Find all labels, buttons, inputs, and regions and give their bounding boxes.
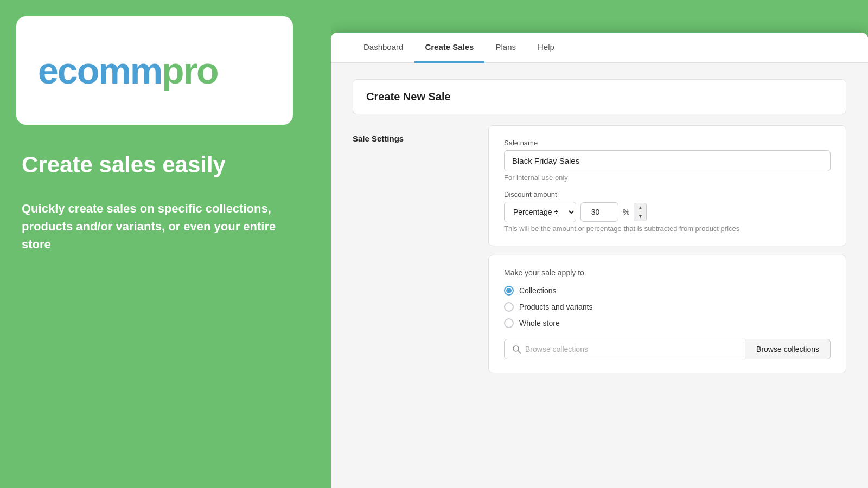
nav-bar: Dashboard Create Sales Plans Help <box>331 33 868 63</box>
logo-pro: pro <box>162 50 218 91</box>
radio-circle-whole-store <box>504 318 514 328</box>
radio-products[interactable]: Products and variants <box>504 302 831 312</box>
sale-name-input[interactable] <box>504 150 831 171</box>
browse-input-wrapper: Browse collections <box>504 339 745 359</box>
form-fields-col: Sale name For internal use only Discount… <box>488 125 846 382</box>
logo: ecommpro <box>38 49 218 92</box>
nav-item-plans[interactable]: Plans <box>484 33 527 63</box>
nav-item-create-sales[interactable]: Create Sales <box>414 33 484 63</box>
discount-label: Discount amount <box>504 190 831 198</box>
sale-settings-label: Sale Settings <box>353 134 472 143</box>
logo-card: ecommpro <box>16 16 293 125</box>
apply-to-card: Make your sale apply to Collections Prod… <box>488 255 846 373</box>
radio-circle-products <box>504 302 514 312</box>
page-title: Create New Sale <box>353 79 846 114</box>
svg-line-1 <box>518 351 520 353</box>
discount-type-select[interactable]: Percentage ÷ Fixed Amount <box>504 202 576 222</box>
radio-inner-collections <box>506 288 512 293</box>
form-section: Sale Settings Sale name For internal use… <box>353 125 846 382</box>
radio-circle-collections <box>504 286 514 296</box>
browse-collections-button[interactable]: Browse collections <box>745 339 831 359</box>
right-panel: Dashboard Create Sales Plans Help Create… <box>331 0 868 488</box>
discount-unit: % <box>623 208 629 216</box>
app-window: Dashboard Create Sales Plans Help Create… <box>331 33 868 488</box>
discount-value-input[interactable] <box>580 202 618 222</box>
stepper-down-button[interactable]: ▼ <box>634 212 646 221</box>
tagline-section: Create sales easily Quickly create sales… <box>22 152 331 253</box>
browse-search-placeholder: Browse collections <box>525 345 588 354</box>
tagline-sub: Quickly create sales on specific collect… <box>22 200 282 253</box>
logo-ecomm: ecomm <box>38 50 162 91</box>
browse-row: Browse collections Browse collections <box>504 339 831 359</box>
radio-whole-store[interactable]: Whole store <box>504 318 831 328</box>
radio-label-products: Products and variants <box>519 303 592 311</box>
sale-name-card: Sale name For internal use only Discount… <box>488 125 846 246</box>
radio-label-collections: Collections <box>519 286 556 295</box>
discount-field-group: Discount amount Percentage ÷ Fixed Amoun… <box>504 190 831 233</box>
discount-hint: This will be the amount or percentage th… <box>504 224 831 233</box>
stepper-group: ▲ ▼ <box>634 203 647 221</box>
radio-label-whole-store: Whole store <box>519 319 560 328</box>
sale-name-label: Sale name <box>504 139 831 147</box>
search-icon <box>512 345 521 354</box>
apply-to-label: Make your sale apply to <box>504 268 831 277</box>
sale-name-hint: For internal use only <box>504 174 831 182</box>
discount-row: Percentage ÷ Fixed Amount % ▲ ▼ <box>504 202 831 222</box>
left-panel: ecommpro Create sales easily Quickly cre… <box>0 0 331 488</box>
nav-item-help[interactable]: Help <box>527 33 565 63</box>
form-label-col: Sale Settings <box>353 125 472 382</box>
stepper-up-button[interactable]: ▲ <box>634 203 646 212</box>
main-content: Create New Sale Sale Settings Sale name … <box>331 63 868 488</box>
sale-name-field-group: Sale name For internal use only <box>504 139 831 182</box>
tagline-main: Create sales easily <box>22 152 331 178</box>
nav-item-dashboard[interactable]: Dashboard <box>353 33 414 63</box>
radio-collections[interactable]: Collections <box>504 286 831 296</box>
